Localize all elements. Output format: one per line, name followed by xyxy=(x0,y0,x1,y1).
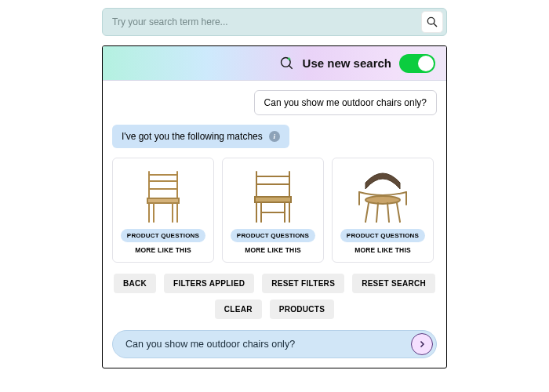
reset-filters-button[interactable]: RESET FILTERS xyxy=(262,274,344,293)
bot-message-text: I've got you the following matches xyxy=(122,131,263,142)
search-assistant-panel: Use new search Can you show me outdoor c… xyxy=(102,45,447,368)
chat-area: Can you show me outdoor chairs only? I'v… xyxy=(103,81,446,327)
products-button[interactable]: PRODUCTS xyxy=(270,299,335,319)
send-button[interactable] xyxy=(411,333,433,355)
svg-line-23 xyxy=(365,203,369,222)
info-icon[interactable]: i xyxy=(269,131,280,142)
svg-line-25 xyxy=(376,203,378,222)
search-icon xyxy=(426,16,438,28)
product-image xyxy=(118,165,209,226)
product-card[interactable]: PRODUCT QUESTIONS MORE LIKE THIS xyxy=(222,158,324,263)
svg-point-0 xyxy=(427,17,434,24)
svg-line-1 xyxy=(434,24,437,27)
filters-applied-button[interactable]: FILTERS APPLIED xyxy=(164,274,254,293)
new-search-toggle[interactable] xyxy=(399,54,435,73)
svg-line-24 xyxy=(397,203,400,222)
clear-button[interactable]: CLEAR xyxy=(215,299,262,319)
chevron-right-icon xyxy=(417,339,427,349)
panel-header: Use new search xyxy=(103,46,446,81)
product-questions-chip[interactable]: PRODUCT QUESTIONS xyxy=(340,229,425,242)
svg-line-3 xyxy=(289,65,292,68)
svg-rect-9 xyxy=(147,198,179,203)
more-like-this-link[interactable]: MORE LIKE THIS xyxy=(135,246,191,254)
product-image xyxy=(337,165,428,226)
chat-input[interactable]: Can you show me outdoor chairs only? xyxy=(112,330,437,358)
back-button[interactable]: BACK xyxy=(114,274,156,293)
user-message-bubble: Can you show me outdoor chairs only? xyxy=(254,90,437,115)
product-card[interactable]: PRODUCT QUESTIONS MORE LIKE THIS xyxy=(112,158,214,263)
global-search-bar[interactable] xyxy=(102,8,447,36)
chat-input-text: Can you show me outdoor chairs only? xyxy=(125,339,295,350)
more-like-this-link[interactable]: MORE LIKE THIS xyxy=(354,246,411,254)
product-questions-chip[interactable]: PRODUCT QUESTIONS xyxy=(121,229,205,242)
product-card[interactable]: PRODUCT QUESTIONS MORE LIKE THIS xyxy=(332,158,434,263)
svg-point-20 xyxy=(365,196,400,204)
svg-rect-16 xyxy=(255,197,291,202)
user-message-text: Can you show me outdoor chairs only? xyxy=(264,97,427,108)
product-questions-chip[interactable]: PRODUCT QUESTIONS xyxy=(231,229,315,242)
svg-line-26 xyxy=(387,203,389,222)
action-buttons: BACK FILTERS APPLIED RESET FILTERS RESET… xyxy=(112,274,437,319)
product-grid: PRODUCT QUESTIONS MORE LIKE THIS xyxy=(112,158,437,263)
sparkle-search-icon xyxy=(279,56,295,71)
search-button[interactable] xyxy=(421,11,443,33)
bot-message-bubble: I've got you the following matches i xyxy=(112,125,289,148)
panel-title: Use new search xyxy=(303,56,391,70)
global-search-input[interactable] xyxy=(112,16,421,27)
product-image xyxy=(227,165,318,226)
more-like-this-link[interactable]: MORE LIKE THIS xyxy=(245,246,301,254)
reset-search-button[interactable]: RESET SEARCH xyxy=(352,274,435,293)
